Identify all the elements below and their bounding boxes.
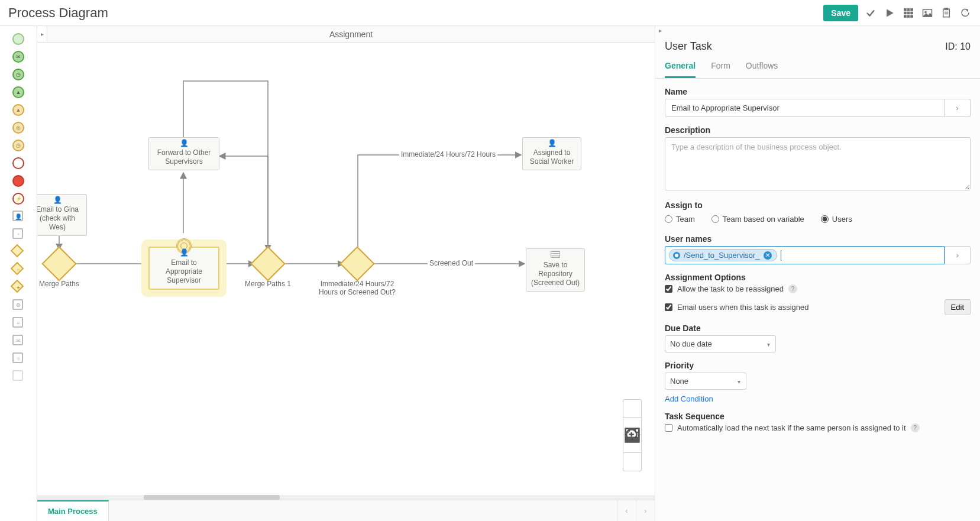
email-users-label: Email users when this task is assigned <box>677 303 809 312</box>
play-icon[interactable] <box>883 7 896 20</box>
pal-end-terminate[interactable] <box>12 175 24 187</box>
edge-label-screened: Screened Out <box>428 259 475 267</box>
svg-rect-4 <box>907 12 910 14</box>
name-input[interactable] <box>665 99 945 117</box>
refresh-icon[interactable] <box>959 7 972 20</box>
token-label: /Send_to_Supervisor_ <box>684 251 760 260</box>
pal-gateway-parallel[interactable]: + <box>12 281 24 293</box>
token-remove-button[interactable]: ✕ <box>764 251 772 260</box>
diagram-canvas[interactable]: 👤Email to Gina (check with Wes) Merge Pa… <box>37 43 655 495</box>
repository-icon <box>551 251 560 258</box>
zoom-minimap-button[interactable] <box>623 453 641 471</box>
zoom-fit-button[interactable] <box>623 435 641 453</box>
panel-title: User Task <box>665 40 712 53</box>
svg-rect-7 <box>907 15 910 17</box>
sequence-label: Task Sequence <box>665 412 971 421</box>
task-forward-supervisors[interactable]: 👤Forward to Other Supervisors <box>148 137 219 170</box>
panel-collapse-toggle[interactable]: ▸ <box>655 26 980 34</box>
description-label: Description <box>665 125 971 135</box>
tab-form[interactable]: Form <box>711 56 730 78</box>
pal-list-task[interactable]: ≡ <box>12 317 24 329</box>
zoom-in-button[interactable] <box>623 400 641 418</box>
name-expand-button[interactable]: › <box>945 99 971 117</box>
tab-nav-prev[interactable]: ‹ <box>617 500 636 522</box>
pal-start-event[interactable] <box>12 33 24 45</box>
tab-main-process[interactable]: Main Process <box>37 500 109 521</box>
svg-rect-5 <box>911 12 913 14</box>
svg-rect-8 <box>911 15 913 17</box>
lane-header[interactable]: Assignment <box>47 26 655 42</box>
task-save-repo[interactable]: Save to Repository (Screened Out) <box>526 248 585 292</box>
duedate-label: Due Date <box>665 323 971 333</box>
usernames-expand-button[interactable]: › <box>945 246 971 264</box>
pal-intermediate[interactable]: ◎ <box>12 122 24 134</box>
radio-team[interactable]: Team <box>665 215 695 224</box>
horizontal-scrollbar[interactable] <box>37 495 655 500</box>
zoom-out-button[interactable] <box>623 418 641 435</box>
pal-service-task[interactable]: ⚙ <box>12 299 24 311</box>
svg-rect-12 <box>945 8 948 9</box>
svg-rect-6 <box>904 15 907 17</box>
task-email-supervisor[interactable]: 👤Email to Appropriate Supervisor <box>148 247 219 290</box>
lane-collapse-toggle[interactable]: ▸ <box>37 26 47 42</box>
svg-point-10 <box>925 11 927 13</box>
pal-intermediate-timer[interactable]: ◷ <box>12 140 24 151</box>
priority-label: Priority <box>665 361 971 370</box>
gateway-merge-paths-1[interactable]: Merge Paths 1 <box>255 251 280 276</box>
grid-icon[interactable] <box>902 7 915 20</box>
pal-link-task[interactable]: ⟐ <box>12 352 24 364</box>
clipboard-icon[interactable] <box>940 7 953 20</box>
checkbox-email-users[interactable] <box>665 303 672 311</box>
variable-icon <box>673 252 680 259</box>
reassign-label: Allow the task to be reassigned <box>677 284 784 293</box>
pal-end-event[interactable] <box>12 157 24 169</box>
pal-end-error[interactable]: ⚡ <box>12 193 24 205</box>
usernames-label: User names <box>665 234 971 244</box>
auto-load-label: Automatically load the next task if the … <box>677 423 906 432</box>
add-condition-link[interactable]: Add Condition <box>665 394 713 403</box>
edit-button[interactable]: Edit <box>945 299 971 315</box>
pal-mail-task[interactable]: ✉ <box>12 335 24 347</box>
task-email-gina[interactable]: 👤Email to Gina (check with Wes) <box>37 194 87 236</box>
tab-outflows[interactable]: Outflows <box>746 56 778 78</box>
pal-intermediate-signal[interactable]: ▲ <box>12 104 24 116</box>
tab-general[interactable]: General <box>665 56 696 78</box>
pal-message-start[interactable]: ✉ <box>12 51 24 63</box>
panel-id: ID: 10 <box>945 41 971 52</box>
pal-gateway-inclusive[interactable]: ○ <box>12 264 24 276</box>
pal-subprocess[interactable]: ▫ <box>12 228 24 240</box>
pal-gateway-exclusive[interactable] <box>12 246 24 258</box>
pal-signal-start[interactable]: ▲ <box>12 86 24 98</box>
gateway-immediate[interactable]: Immediate/24 Hours/72 Hours or Screened … <box>345 251 370 276</box>
page-title: Process Diagram <box>8 5 108 21</box>
svg-rect-11 <box>943 9 950 17</box>
image-icon[interactable] <box>921 7 934 20</box>
help-icon[interactable]: ? <box>788 284 797 293</box>
gateway-merge-paths[interactable]: Merge Paths <box>47 251 72 276</box>
svg-rect-3 <box>904 12 907 14</box>
checkbox-reassign[interactable] <box>665 285 672 293</box>
checkbox-auto-load[interactable] <box>665 424 672 432</box>
radio-team-variable[interactable]: Team based on variable <box>711 215 804 224</box>
radio-users[interactable]: Users <box>821 215 852 224</box>
pal-data-store[interactable] <box>12 370 24 382</box>
svg-rect-1 <box>907 8 910 11</box>
task-assigned-worker[interactable]: 👤Assigned to Social Worker <box>522 137 581 170</box>
pal-timer-start[interactable]: ◷ <box>12 69 24 80</box>
usernames-input[interactable]: /Send_to_Supervisor_ ✕ <box>665 246 945 264</box>
svg-rect-2 <box>911 8 913 11</box>
svg-rect-0 <box>904 8 907 11</box>
description-input[interactable] <box>665 137 971 190</box>
help-icon[interactable]: ? <box>911 423 920 432</box>
options-label: Assignment Options <box>665 273 971 282</box>
assign-to-label: Assign to <box>665 200 971 210</box>
pal-user-task[interactable]: 👤 <box>12 211 24 222</box>
duedate-select[interactable]: No due date <box>665 335 776 352</box>
element-palette: ✉ ◷ ▲ ▲ ◎ ◷ ⚡ 👤 ▫ ○ + ⚙ ≡ ✉ ⟐ <box>0 26 37 521</box>
validate-icon[interactable] <box>864 7 877 20</box>
edge-label-immediate: Immediate/24 Hours/72 Hours <box>399 150 497 158</box>
tab-nav-next[interactable]: › <box>636 500 655 522</box>
name-label: Name <box>665 87 971 96</box>
save-button[interactable]: Save <box>823 5 858 21</box>
priority-select[interactable]: None <box>665 373 746 390</box>
